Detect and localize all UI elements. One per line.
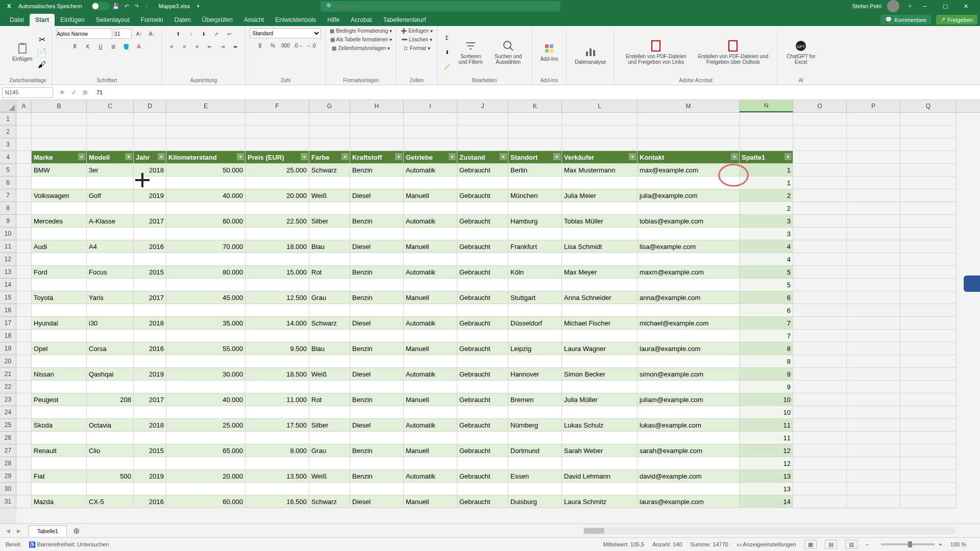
cell-F25[interactable]: 17.500 [246,419,309,432]
cell-E8[interactable] [166,202,246,215]
cell-I7[interactable]: Manuell [404,189,457,202]
cell-J4[interactable]: Zustand▾ [457,151,508,164]
col-header-D[interactable]: D [134,100,166,112]
cell-E17[interactable]: 35.000 [166,317,246,330]
row-header-11[interactable]: 11 [0,240,16,253]
format-cells-button[interactable]: 🗋 Format ▾ [403,45,430,51]
cell-M16[interactable] [638,304,740,317]
cell-C19[interactable]: Corsa [87,342,134,355]
cell-I31[interactable]: Manuell [404,495,457,508]
cell-H17[interactable]: Diesel [350,317,404,330]
cell-E29[interactable]: 20.000 [166,470,246,483]
cell-L11[interactable]: Lisa Schmidt [562,240,638,253]
cell-P2[interactable] [847,126,900,138]
cell-N19[interactable]: 8 [740,342,793,355]
tab-start[interactable]: Start [30,14,55,26]
redo-icon[interactable]: ↷ [134,3,139,10]
cell-Q25[interactable] [900,419,957,432]
cell-F11[interactable]: 18.000 [246,240,309,253]
cell-Q14[interactable] [900,279,957,291]
cell-G2[interactable] [309,126,350,138]
comments-button[interactable]: 💬 Kommentare [880,15,931,24]
cell-P11[interactable] [847,240,900,253]
underline-icon[interactable]: U [95,41,106,52]
row-header-22[interactable]: 22 [0,381,16,393]
cell-P27[interactable] [847,444,900,457]
cell-G15[interactable]: Grau [309,291,350,304]
cell-F19[interactable]: 9.500 [246,342,309,355]
row-header-28[interactable]: 28 [0,457,16,470]
clear-icon[interactable]: 🧹 [442,61,453,72]
cell-L20[interactable] [562,355,638,368]
row-header-30[interactable]: 30 [0,483,16,495]
cell-M29[interactable]: david@example.com [638,470,740,483]
row-header-19[interactable]: 19 [0,342,16,355]
cell-A9[interactable] [16,215,32,228]
cell-N2[interactable] [740,126,793,138]
cell-C22[interactable] [87,381,134,393]
cell-Q21[interactable] [900,368,957,381]
filename[interactable]: Mappe3.xlsx [159,3,190,9]
cell-A19[interactable] [16,342,32,355]
cell-Q10[interactable] [900,228,957,240]
cell-L15[interactable]: Anna Schneider [562,291,638,304]
cell-J25[interactable]: Gebraucht [457,419,508,432]
cell-P18[interactable] [847,330,900,342]
cell-P29[interactable] [847,470,900,483]
col-header-A[interactable]: A [16,100,32,112]
cell-F4[interactable]: Preis (EUR)▾ [246,151,309,164]
cell-F13[interactable]: 15.000 [246,266,309,279]
cell-C23[interactable]: 208 [87,393,134,406]
cell-K4[interactable]: Standort▾ [508,151,562,164]
row-header-23[interactable]: 23 [0,393,16,406]
user-name[interactable]: Stefan Petri [852,3,881,9]
cell-Q26[interactable] [900,432,957,444]
col-header-I[interactable]: I [404,100,457,112]
cell-J26[interactable] [457,432,508,444]
cell-A29[interactable] [16,470,32,483]
cell-D6[interactable] [134,177,166,189]
cell-J24[interactable] [457,406,508,419]
cell-D23[interactable]: 2017 [134,393,166,406]
zoom-in-button[interactable]: + [939,541,942,547]
cell-A11[interactable] [16,240,32,253]
cell-F7[interactable]: 20.000 [246,189,309,202]
cell-N29[interactable]: 13 [740,470,793,483]
row-header-24[interactable]: 24 [0,406,16,419]
cell-H11[interactable]: Diesel [350,240,404,253]
cell-M18[interactable] [638,330,740,342]
cell-J31[interactable]: Gebraucht [457,495,508,508]
align-center-icon[interactable]: ≡ [179,41,190,52]
cell-A23[interactable] [16,393,32,406]
cell-D8[interactable] [134,202,166,215]
cell-E16[interactable] [166,304,246,317]
cell-N22[interactable]: 9 [740,381,793,393]
cell-L4[interactable]: Verkäufer▾ [562,151,638,164]
cell-Q28[interactable] [900,457,957,470]
cell-G21[interactable]: Weiß [309,368,350,381]
cell-C2[interactable] [87,126,134,138]
cell-C30[interactable] [87,483,134,495]
cell-O24[interactable] [793,406,847,419]
cell-H13[interactable]: Benzin [350,266,404,279]
cell-O30[interactable] [793,483,847,495]
cell-J6[interactable] [457,177,508,189]
zoom-out-button[interactable]: − [866,541,869,547]
col-header-O[interactable]: O [793,100,847,112]
cell-N31[interactable]: 14 [740,495,793,508]
row-header-7[interactable]: 7 [0,189,16,202]
align-left-icon[interactable]: ≡ [166,41,177,52]
cell-B25[interactable]: Skoda [32,419,87,432]
cell-K13[interactable]: Köln [508,266,562,279]
cell-A1[interactable] [16,113,32,126]
cell-L7[interactable]: Julia Meier [562,189,638,202]
search-input[interactable] [336,3,555,9]
cell-A26[interactable] [16,432,32,444]
view-normal-icon[interactable]: ▦ [804,540,817,549]
cell-N11[interactable]: 4 [740,240,793,253]
cell-B29[interactable]: Fiat [32,470,87,483]
cell-G29[interactable]: Weiß [309,470,350,483]
cell-C29[interactable]: 500 [87,470,134,483]
cell-K1[interactable] [508,113,562,126]
cell-F27[interactable]: 8.000 [246,444,309,457]
